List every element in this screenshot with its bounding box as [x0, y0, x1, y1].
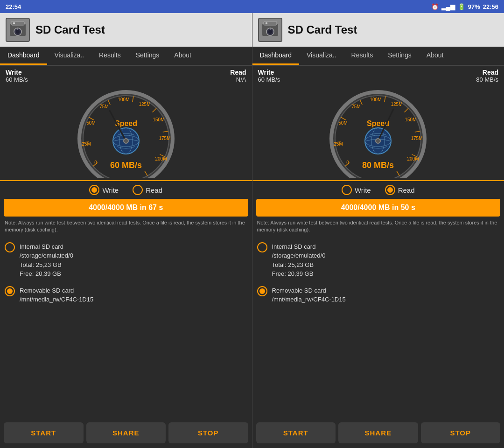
stop-button-left[interactable]: STOP	[168, 422, 248, 443]
storage-internal-radio-left[interactable]	[5, 242, 15, 252]
panel-right: SD Card Test Dashboard Visualiza.. Resul…	[252, 13, 504, 448]
storage-removable-radio-right[interactable]	[257, 286, 267, 296]
radio-read-circle-left[interactable]	[133, 185, 143, 195]
svg-point-31	[124, 139, 128, 143]
panels: SD Card Test Dashboard Visualiza.. Resul…	[0, 13, 504, 448]
tab-dashboard-left[interactable]: Dashboard	[0, 47, 47, 65]
tab-results-left[interactable]: Results	[91, 47, 128, 65]
radio-row-right: Write Read	[252, 181, 504, 199]
svg-text:125M: 125M	[391, 102, 403, 107]
app-title-left: SD Card Test	[35, 23, 105, 36]
gauge-svg-left: 0 25M 50M 75M 100M 125M 150M 175M 200M S…	[72, 85, 180, 178]
svg-text:125M: 125M	[139, 102, 150, 107]
svg-text:50M: 50M	[86, 120, 95, 126]
signal-icon-right: ▂▄▆	[441, 3, 455, 10]
radio-read-right[interactable]: Read	[385, 185, 415, 195]
svg-text:25M: 25M	[334, 141, 343, 147]
speed-labels-left: Write 60 MB/s Read N/A	[0, 66, 252, 83]
note-left: Note: Always run write test between two …	[0, 217, 252, 237]
storage-options-right: Internal SD card/storage/emulated/0Total…	[252, 237, 504, 418]
app-header-right: SD Card Test	[252, 13, 504, 47]
share-button-left[interactable]: SHARE	[86, 422, 166, 443]
speed-labels-right: Write 60 MB/s Read 80 MB/s	[252, 66, 504, 83]
start-button-right[interactable]: START	[256, 422, 336, 443]
stop-button-right[interactable]: STOP	[421, 422, 501, 443]
svg-point-64	[376, 139, 380, 143]
speed-write-right: Write 60 MB/s	[258, 69, 280, 83]
svg-text:175M: 175M	[159, 136, 170, 141]
svg-text:150M: 150M	[153, 117, 164, 122]
tab-results-right[interactable]: Results	[344, 47, 381, 65]
svg-point-37	[268, 30, 272, 34]
radio-row-left: Write Read	[0, 181, 252, 199]
tab-visualiza-right[interactable]: Visualiza..	[299, 47, 344, 65]
app-title-right: SD Card Test	[288, 23, 357, 36]
battery-icon-right: 🔋	[458, 3, 465, 10]
svg-text:0: 0	[94, 160, 97, 165]
svg-point-4	[16, 30, 20, 34]
tabs-left: Dashboard Visualiza.. Results Settings A…	[0, 47, 252, 66]
radio-read-circle-right[interactable]	[385, 185, 395, 195]
svg-rect-2	[13, 22, 15, 24]
svg-text:75M: 75M	[352, 104, 361, 109]
radio-write-right[interactable]: Write	[342, 185, 371, 195]
tab-settings-right[interactable]: Settings	[380, 47, 419, 65]
radio-write-circle-left[interactable]	[89, 185, 99, 195]
content-right: Write 60 MB/s Read 80 MB/s	[252, 66, 504, 418]
storage-internal-left[interactable]: Internal SD card/storage/emulated/0Total…	[5, 238, 247, 282]
radio-write-circle-right[interactable]	[342, 185, 352, 195]
svg-text:100M: 100M	[370, 97, 382, 102]
svg-text:25M: 25M	[82, 141, 91, 147]
start-button-left[interactable]: START	[4, 422, 84, 443]
time-left: 22:54	[6, 3, 21, 10]
status-bar: 22:54 ⏰ ▂▄▆ 🔋 97% 22:56	[0, 0, 504, 13]
status-right: ⏰ ▂▄▆ 🔋 97% 22:56	[431, 3, 499, 10]
gauge-right: 0 25M 50M 75M 100M 125M 150M 175M 200M S…	[252, 83, 504, 180]
svg-text:80 MB/s: 80 MB/s	[362, 161, 394, 170]
speed-read-left: Read N/A	[230, 69, 246, 83]
speed-write-left: Write 60 MB/s	[6, 69, 28, 83]
radio-read-label-left: Read	[146, 186, 162, 194]
svg-text:0: 0	[346, 160, 349, 165]
gauge-svg-right: 0 25M 50M 75M 100M 125M 150M 175M 200M S…	[324, 85, 432, 178]
storage-removable-radio-left[interactable]	[5, 286, 15, 296]
tab-settings-left[interactable]: Settings	[128, 47, 167, 65]
radio-write-left[interactable]: Write	[89, 185, 119, 195]
storage-removable-right[interactable]: Removable SD card/mnt/media_rw/CF4C-1D15	[257, 282, 500, 308]
gauge-left: 0 25M 50M 75M 100M 125M 150M 175M 200M S…	[0, 83, 252, 180]
storage-removable-text-left: Removable SD card/mnt/media_rw/CF4C-1D15	[20, 286, 93, 304]
radio-read-left[interactable]: Read	[133, 185, 162, 195]
app-header-left: SD Card Test	[0, 13, 252, 47]
bottom-buttons-right: START SHARE STOP	[252, 418, 504, 448]
svg-rect-35	[266, 22, 267, 24]
svg-text:200M: 200M	[407, 156, 419, 161]
tab-dashboard-right[interactable]: Dashboard	[252, 47, 300, 65]
storage-removable-left[interactable]: Removable SD card/mnt/media_rw/CF4C-1D15	[5, 282, 247, 308]
svg-text:75M: 75M	[99, 104, 108, 109]
time-right: 22:56	[483, 3, 498, 10]
alarm-icon-right: ⏰	[431, 3, 439, 10]
speed-read-right: Read 80 MB/s	[476, 69, 498, 83]
radio-read-label-right: Read	[398, 186, 415, 194]
app-icon-right	[258, 18, 282, 42]
progress-bar-right: 4000/4000 MB in 50 s	[256, 199, 501, 217]
svg-text:100M: 100M	[118, 97, 129, 102]
note-right: Note: Always run write test between two …	[252, 217, 504, 237]
battery-pct-right: 97%	[468, 3, 480, 10]
tabs-right: Dashboard Visualiza.. Results Settings A…	[252, 47, 504, 66]
share-button-right[interactable]: SHARE	[338, 422, 418, 443]
radio-write-label-left: Write	[102, 186, 119, 194]
storage-internal-radio-right[interactable]	[257, 242, 267, 252]
tab-visualiza-left[interactable]: Visualiza..	[47, 47, 92, 65]
panel-left: SD Card Test Dashboard Visualiza.. Resul…	[0, 13, 252, 448]
storage-internal-text-left: Internal SD card/storage/emulated/0Total…	[20, 242, 73, 279]
content-left: Write 60 MB/s Read N/A	[0, 66, 252, 418]
tab-about-left[interactable]: About	[167, 47, 199, 65]
tab-about-right[interactable]: About	[419, 47, 451, 65]
svg-text:60 MB/s: 60 MB/s	[110, 161, 142, 170]
radio-write-label-right: Write	[355, 186, 371, 194]
storage-internal-right[interactable]: Internal SD card/storage/emulated/0Total…	[257, 238, 500, 282]
svg-text:175M: 175M	[411, 136, 423, 141]
progress-text-right: 4000/4000 MB in 50 s	[341, 203, 415, 212]
status-left: 22:54	[6, 3, 21, 10]
